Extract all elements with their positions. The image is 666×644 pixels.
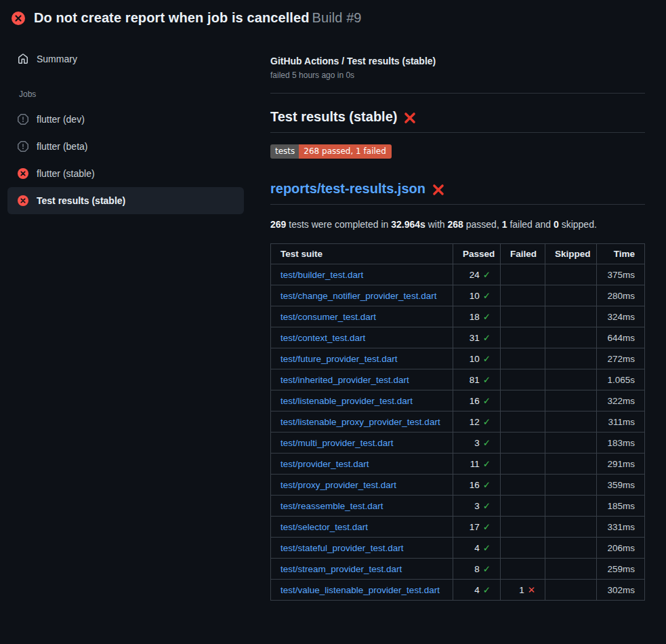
cell-skipped (545, 475, 597, 496)
test-suite-link[interactable]: test/future_provider_test.dart (280, 354, 398, 364)
tests-badge: tests 268 passed, 1 failed (270, 144, 392, 159)
summary-number: 0 (554, 219, 559, 230)
check-icon: ✓ (483, 522, 491, 532)
table-row: test/reassemble_test.dart3✓185ms (271, 496, 645, 517)
cell-test-suite: test/consumer_test.dart (271, 306, 453, 327)
cell-time: 1.065s (597, 369, 645, 390)
cell-failed (501, 285, 545, 306)
count-value: 17 (470, 522, 480, 532)
test-suite-link[interactable]: test/multi_provider_test.dart (280, 438, 394, 448)
breadcrumb: GitHub Actions / Test results (stable) (270, 56, 645, 66)
cell-failed (501, 496, 545, 517)
cell-passed: 16✓ (453, 390, 501, 411)
cell-test-suite: test/proxy_provider_test.dart (271, 475, 453, 496)
sidebar-item-summary[interactable]: Summary (7, 46, 244, 72)
cell-passed: 11✓ (453, 454, 501, 475)
summary-number: 268 (448, 219, 463, 230)
count-value: 16 (470, 480, 480, 490)
cell-passed: 10✓ (453, 285, 501, 306)
test-suite-link[interactable]: test/stream_provider_test.dart (280, 564, 402, 574)
summary-number: 32.964s (391, 219, 425, 230)
sidebar-item-flutter-beta[interactable]: flutter (beta) (7, 133, 244, 160)
cell-test-suite: test/context_test.dart (271, 327, 453, 348)
divider (270, 93, 645, 94)
check-icon: ✓ (483, 543, 491, 553)
summary-text: skipped. (559, 219, 597, 230)
cell-passed: 16✓ (453, 475, 501, 496)
cell-skipped (545, 306, 597, 327)
table-row: test/listenable_proxy_provider_test.dart… (271, 411, 645, 432)
cross-icon: ✕ (528, 585, 535, 595)
summary-number: 1 (502, 219, 507, 230)
failed-x-icon (432, 184, 444, 196)
column-header-passed: Passed (453, 244, 501, 264)
cell-passed: 3✓ (453, 496, 501, 517)
check-icon: ✓ (483, 270, 491, 280)
tests-summary-text: 269 tests were completed in 32.964s with… (270, 219, 645, 230)
test-suite-link[interactable]: test/value_listenable_provider_test.dart (280, 585, 440, 595)
check-icon: ✓ (483, 312, 491, 322)
cell-passed: 17✓ (453, 517, 501, 538)
jobs-section-label: Jobs (19, 89, 251, 99)
x-circle-icon (18, 168, 28, 179)
test-suite-link[interactable]: test/proxy_provider_test.dart (280, 480, 396, 490)
test-suite-link[interactable]: test/reassemble_test.dart (280, 501, 383, 511)
test-suite-link[interactable]: test/consumer_test.dart (280, 312, 376, 322)
check-icon: ✓ (483, 480, 491, 490)
cell-test-suite: test/change_notifier_provider_test.dart (271, 285, 453, 306)
failed-x-icon (404, 112, 416, 124)
cell-passed: 8✓ (453, 559, 501, 580)
sidebar-item-test-results-stable[interactable]: Test results (stable) (7, 187, 244, 214)
sidebar-item-flutter-stable[interactable]: flutter (stable) (7, 160, 244, 187)
test-suite-link[interactable]: test/listenable_proxy_provider_test.dart (280, 417, 440, 427)
check-icon: ✓ (483, 291, 491, 301)
cell-time: 183ms (597, 432, 645, 454)
test-suite-link[interactable]: test/provider_test.dart (280, 459, 369, 469)
sidebar-item-flutter-dev[interactable]: flutter (dev) (7, 106, 244, 133)
sidebar-item-label: flutter (dev) (37, 114, 85, 125)
cell-passed: 24✓ (453, 264, 501, 285)
sidebar: Summary Jobs flutter (dev)flutter (beta)… (0, 34, 251, 214)
sidebar-summary-label: Summary (37, 54, 77, 64)
cell-skipped (545, 432, 597, 454)
cell-test-suite: test/stateful_provider_test.dart (271, 538, 453, 559)
check-icon: ✓ (483, 354, 491, 364)
table-row: test/change_notifier_provider_test.dart1… (271, 285, 645, 306)
sidebar-item-label: Test results (stable) (37, 195, 125, 206)
summary-number: 269 (270, 219, 286, 230)
summary-text: tests were completed in (286, 219, 391, 230)
cell-failed (501, 559, 545, 580)
count-value: 16 (470, 396, 480, 406)
main-content: GitHub Actions / Test results (stable) f… (270, 34, 666, 601)
test-suite-link[interactable]: test/builder_test.dart (280, 270, 363, 280)
divider (270, 204, 645, 205)
column-header-skipped: Skipped (545, 244, 597, 264)
cell-failed (501, 369, 545, 390)
report-file-link[interactable]: reports/test-results.json (270, 181, 425, 197)
table-row: test/inherited_provider_test.dart81✓1.06… (271, 369, 645, 390)
test-suite-link[interactable]: test/stateful_provider_test.dart (280, 543, 404, 553)
count-value: 3 (474, 438, 480, 448)
test-suite-link[interactable]: test/listenable_provider_test.dart (280, 396, 413, 406)
cell-passed: 4✓ (453, 538, 501, 559)
count-value: 8 (474, 564, 480, 574)
job-list: flutter (dev)flutter (beta)flutter (stab… (0, 106, 251, 214)
table-row: test/proxy_provider_test.dart16✓359ms (271, 475, 645, 496)
count-value: 24 (470, 270, 480, 280)
count-value: 4 (474, 543, 480, 553)
count-value: 4 (474, 585, 480, 595)
column-header-failed: Failed (501, 244, 545, 264)
check-icon: ✓ (483, 564, 491, 574)
cell-test-suite: test/listenable_proxy_provider_test.dart (271, 411, 453, 432)
summary-text: failed and (507, 219, 554, 230)
test-suite-link[interactable]: test/inherited_provider_test.dart (280, 375, 409, 385)
cell-passed: 31✓ (453, 327, 501, 348)
test-suite-link[interactable]: test/selector_test.dart (280, 522, 368, 532)
cell-skipped (545, 285, 597, 306)
test-suite-link[interactable]: test/change_notifier_provider_test.dart (280, 291, 436, 301)
count-value: 31 (470, 333, 480, 343)
cell-time: 272ms (597, 348, 645, 369)
test-suite-link[interactable]: test/context_test.dart (280, 333, 365, 343)
cell-failed (501, 348, 545, 369)
build-title: Do not create report when job is cancell… (34, 10, 310, 25)
